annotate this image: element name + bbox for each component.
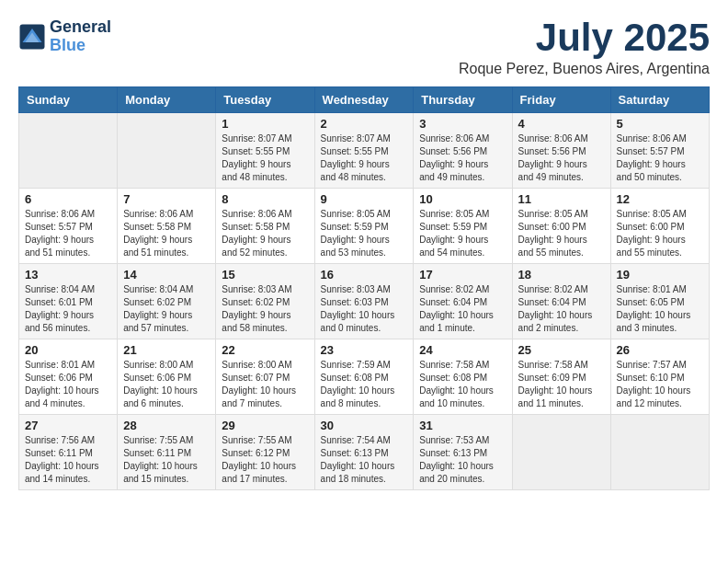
day-number: 27 — [25, 419, 111, 432]
day-number: 11 — [518, 192, 605, 206]
calendar-cell: 19Sunrise: 8:01 AM Sunset: 6:05 PM Dayli… — [610, 264, 709, 339]
day-number: 15 — [222, 268, 308, 282]
calendar-cell — [19, 113, 118, 189]
calendar-cell: 27Sunrise: 7:56 AM Sunset: 6:11 PM Dayli… — [19, 415, 118, 490]
weekday-header: Sunday — [19, 87, 118, 113]
calendar-cell: 14Sunrise: 8:04 AM Sunset: 6:02 PM Dayli… — [118, 264, 216, 339]
calendar-cell: 12Sunrise: 8:05 AM Sunset: 6:00 PM Dayli… — [610, 189, 709, 264]
calendar-cell: 26Sunrise: 7:57 AM Sunset: 6:10 PM Dayli… — [610, 339, 709, 415]
day-info: Sunrise: 8:03 AM Sunset: 6:03 PM Dayligh… — [321, 283, 408, 335]
day-number: 30 — [321, 419, 408, 432]
calendar-cell: 25Sunrise: 7:58 AM Sunset: 6:09 PM Dayli… — [512, 339, 610, 415]
day-number: 28 — [123, 419, 210, 432]
day-info: Sunrise: 8:01 AM Sunset: 6:06 PM Dayligh… — [25, 359, 111, 410]
logo-icon — [18, 23, 46, 51]
day-number: 7 — [123, 192, 210, 206]
weekday-header: Wednesday — [314, 87, 414, 113]
day-info: Sunrise: 8:04 AM Sunset: 6:01 PM Dayligh… — [25, 283, 111, 335]
calendar-week-row: 6Sunrise: 8:06 AM Sunset: 5:57 PM Daylig… — [19, 189, 710, 264]
calendar-week-row: 20Sunrise: 8:01 AM Sunset: 6:06 PM Dayli… — [19, 339, 710, 415]
day-info: Sunrise: 7:54 AM Sunset: 6:13 PM Dayligh… — [321, 434, 408, 486]
calendar-cell: 28Sunrise: 7:55 AM Sunset: 6:11 PM Dayli… — [118, 415, 216, 490]
month-title: July 2025 — [459, 18, 710, 57]
logo: General Blue — [18, 18, 111, 55]
day-number: 31 — [419, 419, 506, 432]
day-info: Sunrise: 8:05 AM Sunset: 6:00 PM Dayligh… — [617, 208, 703, 259]
logo-text: General Blue — [50, 18, 111, 55]
weekday-header: Saturday — [610, 87, 709, 113]
day-info: Sunrise: 7:58 AM Sunset: 6:08 PM Dayligh… — [419, 359, 506, 410]
calendar-cell: 31Sunrise: 7:53 AM Sunset: 6:13 PM Dayli… — [414, 415, 512, 490]
day-number: 13 — [25, 268, 111, 282]
calendar-cell: 29Sunrise: 7:55 AM Sunset: 6:12 PM Dayli… — [216, 415, 314, 490]
calendar-cell: 3Sunrise: 8:06 AM Sunset: 5:56 PM Daylig… — [414, 113, 512, 189]
calendar: SundayMondayTuesdayWednesdayThursdayFrid… — [18, 86, 710, 490]
weekday-header: Tuesday — [216, 87, 314, 113]
day-number: 17 — [419, 268, 506, 282]
day-number: 24 — [419, 343, 506, 357]
calendar-cell: 21Sunrise: 8:00 AM Sunset: 6:06 PM Dayli… — [118, 339, 216, 415]
calendar-cell: 18Sunrise: 8:02 AM Sunset: 6:04 PM Dayli… — [512, 264, 610, 339]
calendar-cell: 10Sunrise: 8:05 AM Sunset: 5:59 PM Dayli… — [414, 189, 512, 264]
day-info: Sunrise: 8:07 AM Sunset: 5:55 PM Dayligh… — [321, 132, 408, 184]
calendar-cell: 5Sunrise: 8:06 AM Sunset: 5:57 PM Daylig… — [610, 113, 709, 189]
calendar-cell: 8Sunrise: 8:06 AM Sunset: 5:58 PM Daylig… — [216, 189, 314, 264]
day-number: 26 — [617, 343, 703, 357]
calendar-cell: 17Sunrise: 8:02 AM Sunset: 6:04 PM Dayli… — [414, 264, 512, 339]
day-number: 10 — [419, 192, 506, 206]
calendar-cell: 11Sunrise: 8:05 AM Sunset: 6:00 PM Dayli… — [512, 189, 610, 264]
day-info: Sunrise: 8:05 AM Sunset: 5:59 PM Dayligh… — [321, 208, 408, 259]
location-title: Roque Perez, Buenos Aires, Argentina — [459, 61, 710, 77]
day-number: 29 — [222, 419, 308, 432]
day-info: Sunrise: 8:00 AM Sunset: 6:07 PM Dayligh… — [222, 359, 308, 410]
calendar-cell — [512, 415, 610, 490]
day-number: 23 — [321, 343, 408, 357]
day-info: Sunrise: 8:06 AM Sunset: 5:58 PM Dayligh… — [222, 208, 308, 259]
calendar-cell: 9Sunrise: 8:05 AM Sunset: 5:59 PM Daylig… — [314, 189, 414, 264]
calendar-cell: 23Sunrise: 7:59 AM Sunset: 6:08 PM Dayli… — [314, 339, 414, 415]
calendar-cell: 24Sunrise: 7:58 AM Sunset: 6:08 PM Dayli… — [414, 339, 512, 415]
calendar-week-row: 1Sunrise: 8:07 AM Sunset: 5:55 PM Daylig… — [19, 113, 710, 189]
day-info: Sunrise: 7:58 AM Sunset: 6:09 PM Dayligh… — [518, 359, 605, 410]
calendar-cell: 4Sunrise: 8:06 AM Sunset: 5:56 PM Daylig… — [512, 113, 610, 189]
weekday-header: Monday — [118, 87, 216, 113]
weekday-header: Thursday — [414, 87, 512, 113]
calendar-header-row: SundayMondayTuesdayWednesdayThursdayFrid… — [19, 87, 710, 113]
day-number: 18 — [518, 268, 605, 282]
day-info: Sunrise: 8:06 AM Sunset: 5:58 PM Dayligh… — [123, 208, 210, 259]
day-info: Sunrise: 8:02 AM Sunset: 6:04 PM Dayligh… — [518, 283, 605, 335]
day-info: Sunrise: 8:01 AM Sunset: 6:05 PM Dayligh… — [617, 283, 703, 335]
day-info: Sunrise: 8:07 AM Sunset: 5:55 PM Dayligh… — [222, 132, 308, 184]
calendar-cell — [118, 113, 216, 189]
day-info: Sunrise: 7:56 AM Sunset: 6:11 PM Dayligh… — [25, 434, 111, 486]
day-info: Sunrise: 8:02 AM Sunset: 6:04 PM Dayligh… — [419, 283, 506, 335]
day-number: 19 — [617, 268, 703, 282]
day-number: 12 — [617, 192, 703, 206]
day-number: 1 — [222, 117, 308, 131]
weekday-header: Friday — [512, 87, 610, 113]
day-number: 5 — [617, 117, 703, 131]
day-info: Sunrise: 8:06 AM Sunset: 5:57 PM Dayligh… — [617, 132, 703, 184]
day-info: Sunrise: 7:57 AM Sunset: 6:10 PM Dayligh… — [617, 359, 703, 410]
calendar-week-row: 13Sunrise: 8:04 AM Sunset: 6:01 PM Dayli… — [19, 264, 710, 339]
calendar-cell: 30Sunrise: 7:54 AM Sunset: 6:13 PM Dayli… — [314, 415, 414, 490]
calendar-cell: 20Sunrise: 8:01 AM Sunset: 6:06 PM Dayli… — [19, 339, 118, 415]
day-number: 14 — [123, 268, 210, 282]
day-number: 9 — [321, 192, 408, 206]
day-info: Sunrise: 7:59 AM Sunset: 6:08 PM Dayligh… — [321, 359, 408, 410]
day-info: Sunrise: 7:53 AM Sunset: 6:13 PM Dayligh… — [419, 434, 506, 486]
day-info: Sunrise: 8:05 AM Sunset: 5:59 PM Dayligh… — [419, 208, 506, 259]
day-number: 4 — [518, 117, 605, 131]
calendar-cell — [610, 415, 709, 490]
day-number: 21 — [123, 343, 210, 357]
day-info: Sunrise: 8:05 AM Sunset: 6:00 PM Dayligh… — [518, 208, 605, 259]
day-info: Sunrise: 8:03 AM Sunset: 6:02 PM Dayligh… — [222, 283, 308, 335]
day-number: 6 — [25, 192, 111, 206]
day-number: 20 — [25, 343, 111, 357]
calendar-cell: 1Sunrise: 8:07 AM Sunset: 5:55 PM Daylig… — [216, 113, 314, 189]
day-number: 8 — [222, 192, 308, 206]
calendar-cell: 16Sunrise: 8:03 AM Sunset: 6:03 PM Dayli… — [314, 264, 414, 339]
calendar-cell: 22Sunrise: 8:00 AM Sunset: 6:07 PM Dayli… — [216, 339, 314, 415]
calendar-cell: 15Sunrise: 8:03 AM Sunset: 6:02 PM Dayli… — [216, 264, 314, 339]
day-info: Sunrise: 8:06 AM Sunset: 5:56 PM Dayligh… — [419, 132, 506, 184]
